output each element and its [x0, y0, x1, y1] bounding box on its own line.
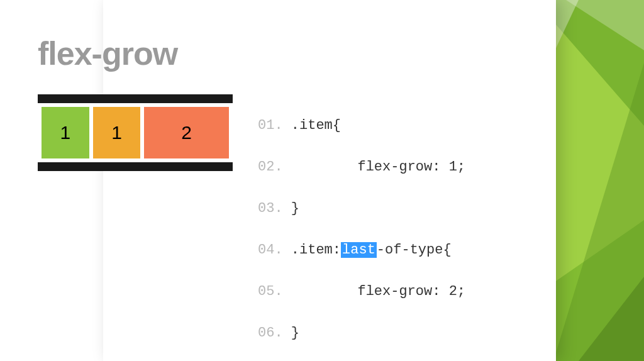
code-line: 05. flex-grow: 2; — [258, 281, 465, 302]
line-number: 05. — [258, 284, 283, 299]
code-text: .item: — [291, 242, 341, 258]
flex-item-2: 1 — [93, 107, 141, 158]
code-highlight: last — [341, 242, 377, 258]
code-text: .item{ — [291, 118, 341, 133]
code-line: 06. } — [258, 323, 465, 343]
line-number: 06. — [258, 325, 283, 341]
line-number: 02. — [258, 159, 283, 175]
content-row: 1 1 2 01. .item{ 02. flex-grow: 1; 03. }… — [38, 94, 606, 361]
code-text: } — [291, 201, 299, 216]
demo-bar-bottom — [38, 162, 233, 171]
code-line: 01. .item{ — [258, 115, 465, 136]
code-line: 04. .item:last-of-type{ — [258, 240, 465, 260]
demo-bar-top — [38, 94, 233, 103]
code-line: 03. } — [258, 198, 465, 219]
code-text: -of-type{ — [377, 242, 452, 258]
slide-title: flex-grow — [38, 35, 606, 72]
flex-item-1: 1 — [42, 107, 89, 158]
code-block: 01. .item{ 02. flex-grow: 1; 03. } 04. .… — [258, 94, 465, 361]
code-text: } — [291, 325, 299, 341]
line-number: 04. — [258, 242, 283, 258]
code-text: flex-grow: 1; — [291, 159, 465, 175]
code-line: 02. flex-grow: 1; — [258, 157, 465, 177]
flex-demo-container: 1 1 2 — [38, 94, 233, 171]
line-number: 01. — [258, 118, 283, 133]
line-number: 03. — [258, 201, 283, 216]
code-text: flex-grow: 2; — [291, 284, 465, 299]
demo-flex-row: 1 1 2 — [38, 103, 233, 162]
flex-item-3: 2 — [144, 107, 229, 158]
